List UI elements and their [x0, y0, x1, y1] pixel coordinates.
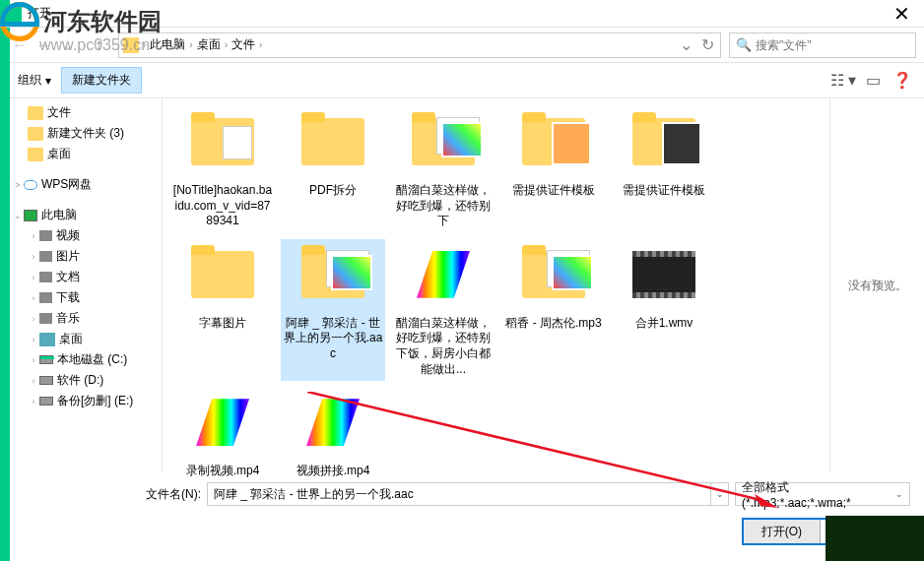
expand-icon[interactable]: ›	[28, 293, 39, 303]
preview-pane: 没有预览。	[829, 98, 924, 472]
app-icon	[6, 6, 22, 22]
expand-icon[interactable]: ›	[28, 355, 39, 365]
expand-icon[interactable]: ⌄	[12, 211, 24, 220]
chevron-down-icon: ▾	[45, 74, 51, 88]
video-icon	[39, 230, 52, 241]
refresh-icon[interactable]: ↻	[698, 35, 716, 54]
sidebar-item[interactable]: 新建文件夹 (3)	[0, 123, 162, 144]
sidebar-item[interactable]: 文件	[0, 102, 162, 123]
sidebar-item[interactable]: ›视频	[0, 225, 162, 246]
folder-icon	[522, 118, 585, 165]
download-icon	[39, 292, 52, 303]
video-file-icon	[632, 251, 695, 298]
audio-file-icon	[301, 251, 364, 298]
bottom-bar: 文件名(N): ⌄ 全部格式(*.mp3;*.aac;*.wma;* ⌄ 打开(…	[0, 472, 924, 545]
filename-label: 文件名(N):	[132, 486, 201, 503]
sidebar-item[interactable]: ›文档	[0, 267, 162, 287]
new-folder-button[interactable]: 新建文件夹	[61, 67, 142, 94]
preview-pane-icon[interactable]: ▭	[859, 69, 887, 93]
path-dropdown-icon[interactable]: ⌄	[677, 35, 694, 54]
expand-icon[interactable]: ›	[28, 231, 39, 241]
file-item[interactable]: 视频拼接.mp4	[281, 387, 385, 483]
breadcrumb-item[interactable]: 桌面	[193, 36, 225, 53]
search-input[interactable]	[756, 38, 909, 52]
sidebar-item[interactable]: ›本地磁盘 (C:)	[0, 349, 162, 370]
breadcrumb[interactable]: › 此电脑 › 桌面 › 文件 › ⌄ ↻	[118, 32, 721, 58]
expand-icon[interactable]: ›	[28, 252, 39, 262]
back-button[interactable]: ←	[8, 33, 32, 57]
file-item[interactable]: 稻香 - 周杰伦.mp3	[501, 239, 606, 381]
file-grid[interactable]: [NoTitle]haokan.baidu.com_v_vid=8789341 …	[163, 98, 829, 472]
file-item[interactable]: 合并1.wmv	[612, 239, 716, 381]
music-icon	[39, 313, 52, 324]
folder-icon	[301, 118, 364, 165]
navbar: ← → ⌄ ↑ › 此电脑 › 桌面 › 文件 › ⌄ ↻ 🔍	[0, 28, 924, 63]
file-item[interactable]: 需提供证件模板	[501, 106, 606, 233]
expand-icon[interactable]: ›	[28, 314, 39, 324]
sidebar-item[interactable]: ›备份[勿删] (E:)	[0, 391, 162, 411]
history-dropdown-icon[interactable]: ⌄	[55, 33, 79, 57]
sidebar-item[interactable]: ›桌面	[0, 329, 162, 349]
breadcrumb-item[interactable]: 文件	[228, 36, 259, 53]
media-file-icon	[196, 399, 249, 446]
folder-icon	[28, 127, 43, 141]
media-file-icon	[417, 251, 470, 298]
computer-icon	[24, 210, 37, 221]
folder-icon	[123, 37, 139, 53]
file-item[interactable]: 字幕图片	[170, 239, 275, 381]
expand-icon[interactable]: >	[12, 180, 24, 190]
view-options-icon[interactable]: ☷ ▾	[829, 69, 857, 93]
up-button[interactable]: ↑	[87, 33, 110, 57]
folder-icon	[28, 106, 43, 120]
help-icon[interactable]: ❓	[889, 69, 916, 93]
expand-icon[interactable]: ›	[28, 376, 39, 386]
sidebar-item-pc[interactable]: ⌄此电脑	[0, 205, 162, 225]
sidebar-item[interactable]: ›下载	[0, 287, 162, 308]
filename-dropdown-icon[interactable]: ⌄	[711, 482, 729, 506]
desktop-icon	[39, 333, 55, 346]
open-button[interactable]: 打开(O)	[744, 520, 820, 543]
file-item[interactable]: 录制视频.mp4	[170, 387, 275, 483]
file-item[interactable]: 醋溜白菜这样做，好吃到爆，还特别下饭，厨房小白都能做出...	[391, 239, 495, 381]
search-box[interactable]: 🔍	[729, 32, 916, 58]
filename-input[interactable]	[207, 482, 711, 506]
window-title: 打开	[28, 5, 51, 22]
toolbar: 组织 ▾ 新建文件夹 ☷ ▾ ▭ ❓	[0, 63, 924, 98]
sidebar-item[interactable]: ›软件 (D:)	[0, 370, 162, 391]
picture-icon	[39, 251, 52, 262]
organize-button[interactable]: 组织 ▾	[8, 68, 61, 93]
disk-icon	[39, 397, 53, 405]
file-item[interactable]: [NoTitle]haokan.baidu.com_v_vid=8789341	[170, 106, 275, 233]
sidebar-item[interactable]: ›音乐	[0, 308, 162, 329]
disk-icon	[39, 376, 53, 385]
expand-icon[interactable]: ›	[28, 273, 39, 282]
app-edge	[0, 0, 10, 561]
preview-text: 没有预览。	[848, 278, 907, 294]
media-file-icon	[306, 399, 360, 446]
forward-button[interactable]: →	[32, 33, 55, 57]
file-item-selected[interactable]: 阿肆 _ 郭采洁 - 世界上的另一个我.aac	[281, 239, 385, 381]
filetype-filter[interactable]: 全部格式(*.mp3;*.aac;*.wma;* ⌄	[735, 482, 910, 506]
file-item[interactable]: PDF拆分	[281, 106, 385, 233]
file-item[interactable]: 需提供证件模板	[612, 106, 716, 233]
chevron-down-icon: ⌄	[895, 489, 903, 499]
disk-icon	[39, 355, 53, 364]
folder-icon	[191, 118, 254, 165]
audio-file-icon	[522, 251, 585, 298]
titlebar: 打开 ✕	[0, 0, 924, 28]
background-app	[825, 516, 924, 561]
expand-icon[interactable]: ›	[28, 335, 39, 344]
sidebar-item-cloud[interactable]: >WPS网盘	[0, 174, 162, 195]
chevron-right-icon[interactable]: ›	[259, 39, 262, 50]
folder-icon	[412, 118, 475, 165]
folder-icon	[632, 118, 695, 165]
breadcrumb-item[interactable]: 此电脑	[146, 36, 189, 53]
close-icon[interactable]: ✕	[884, 2, 920, 26]
folder-icon	[28, 148, 43, 161]
expand-icon[interactable]: ›	[28, 397, 39, 406]
open-button-group: 打开(O) ▾	[742, 518, 837, 545]
sidebar-item[interactable]: 桌面	[0, 144, 162, 164]
sidebar-item[interactable]: ›图片	[0, 246, 162, 267]
file-pane: [NoTitle]haokan.baidu.com_v_vid=8789341 …	[163, 98, 924, 472]
file-item[interactable]: 醋溜白菜这样做，好吃到爆，还特别下	[391, 106, 495, 233]
